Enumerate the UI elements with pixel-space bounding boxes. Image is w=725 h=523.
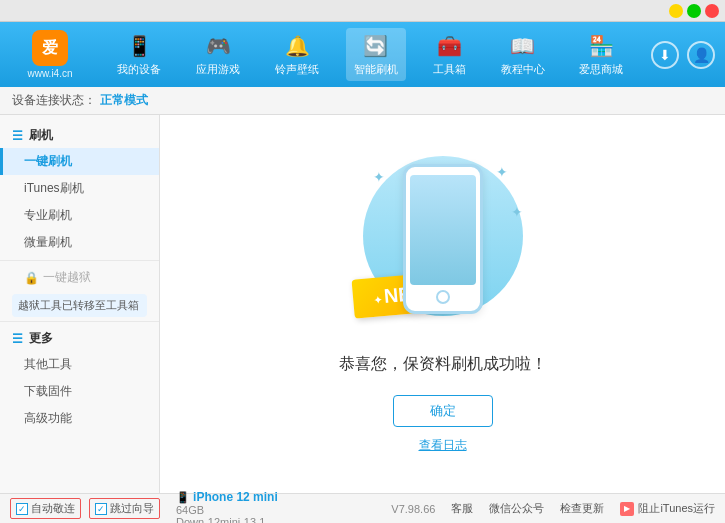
via-wizard-checkbox-wrapper[interactable]: 跳过向导 — [89, 498, 160, 519]
auto-connect-checkbox[interactable] — [16, 503, 28, 515]
flash-section-label: 刷机 — [29, 127, 53, 144]
logo[interactable]: 爱 www.i4.cn — [10, 30, 90, 79]
nav-label-tutorial: 教程中心 — [501, 62, 545, 77]
confirm-button[interactable]: 确定 — [393, 395, 493, 427]
sidebar-divider-1 — [0, 260, 159, 261]
device-name: iPhone 12 mini — [193, 490, 278, 504]
check-update-link[interactable]: 检查更新 — [560, 501, 604, 516]
auto-connect-label: 自动敬连 — [31, 501, 75, 516]
nav-item-ringtone[interactable]: 🔔 铃声壁纸 — [267, 28, 327, 81]
close-btn[interactable] — [705, 4, 719, 18]
wechat-link[interactable]: 微信公众号 — [489, 501, 544, 516]
itunes-stop-label: 阻止iTunes运行 — [638, 501, 715, 516]
status-value: 正常模式 — [100, 92, 148, 109]
nav-item-apps-games[interactable]: 🎮 应用游戏 — [188, 28, 248, 81]
sidebar-jailbreak-disabled: 🔒 一键越狱 — [0, 265, 159, 290]
more-section-label: 更多 — [29, 330, 53, 347]
sidebar-item-other-tools[interactable]: 其他工具 — [0, 351, 159, 378]
sparkle-2: ✦ — [496, 164, 508, 180]
illustration: ✦ ✦ ✦ NEW — [343, 154, 543, 334]
sidebar-item-download-firmware[interactable]: 下载固件 — [0, 378, 159, 405]
header-right: ⬇ 👤 — [651, 41, 715, 69]
nav-label-my-device: 我的设备 — [117, 62, 161, 77]
bottom-bar: 自动敬连 跳过向导 📱 iPhone 12 mini 64GB Down-12m… — [0, 493, 725, 523]
bottom-right: V7.98.66 客服 微信公众号 检查更新 ▶ 阻止iTunes运行 — [391, 501, 715, 516]
bottom-left: 自动敬连 跳过向导 📱 iPhone 12 mini 64GB Down-12m… — [10, 490, 391, 524]
itunes-icon: ▶ — [620, 502, 634, 516]
device-info: 📱 iPhone 12 mini 64GB Down-12mini-13,1 — [176, 490, 278, 524]
download-btn[interactable]: ⬇ — [651, 41, 679, 69]
minimize-btn[interactable] — [669, 4, 683, 18]
main-content: ✦ ✦ ✦ NEW 恭喜您，保资料刷机成功啦！ 确定 查看日志 — [160, 115, 725, 493]
sidebar-jailbreak-notice: 越狱工具已转移至工具箱 — [12, 294, 147, 317]
title-bar — [0, 0, 725, 22]
sidebar-item-one-click-flash[interactable]: 一键刷机 — [0, 148, 159, 175]
device-firmware: Down-12mini-13,1 — [176, 516, 278, 524]
main-layout: ☰ 刷机 一键刷机 iTunes刷机 专业刷机 微量刷机 🔒 一键越狱 越狱工具… — [0, 115, 725, 493]
nav-label-toolbox: 工具箱 — [433, 62, 466, 77]
nav-item-my-device[interactable]: 📱 我的设备 — [109, 28, 169, 81]
header: 爱 www.i4.cn 📱 我的设备 🎮 应用游戏 🔔 铃声壁纸 🔄 智能刷机 … — [0, 22, 725, 87]
sidebar-item-itunes-flash[interactable]: iTunes刷机 — [0, 175, 159, 202]
sidebar-item-micro-flash[interactable]: 微量刷机 — [0, 229, 159, 256]
smart-flash-icon: 🔄 — [362, 32, 390, 60]
nav-item-toolbox[interactable]: 🧰 工具箱 — [425, 28, 474, 81]
auto-connect-checkbox-wrapper[interactable]: 自动敬连 — [10, 498, 81, 519]
goto-log-link[interactable]: 查看日志 — [419, 437, 467, 454]
sidebar-section-more: ☰ 更多 — [0, 326, 159, 351]
sidebar-item-advanced[interactable]: 高级功能 — [0, 405, 159, 432]
nav-label-smart-flash: 智能刷机 — [354, 62, 398, 77]
nav-items: 📱 我的设备 🎮 应用游戏 🔔 铃声壁纸 🔄 智能刷机 🧰 工具箱 📖 教程中心… — [100, 28, 641, 81]
nav-item-smart-flash[interactable]: 🔄 智能刷机 — [346, 28, 406, 81]
sparkle-3: ✦ — [511, 204, 523, 220]
jailbreak-label: 一键越狱 — [43, 269, 91, 286]
more-section-icon: ☰ — [12, 332, 23, 346]
user-btn[interactable]: 👤 — [687, 41, 715, 69]
nav-item-store[interactable]: 🏪 爱思商城 — [571, 28, 631, 81]
store-icon: 🏪 — [587, 32, 615, 60]
tutorial-icon: 📖 — [509, 32, 537, 60]
logo-icon: 爱 — [32, 30, 68, 66]
flash-section-icon: ☰ — [12, 129, 23, 143]
ringtone-icon: 🔔 — [283, 32, 311, 60]
sidebar-item-pro-flash[interactable]: 专业刷机 — [0, 202, 159, 229]
device-phone-icon: 📱 — [176, 491, 190, 503]
device-storage: 64GB — [176, 504, 278, 516]
status-bar: 设备连接状态： 正常模式 — [0, 87, 725, 115]
success-text: 恭喜您，保资料刷机成功啦！ — [339, 354, 547, 375]
lock-icon: 🔒 — [24, 271, 39, 285]
nav-label-store: 爱思商城 — [579, 62, 623, 77]
toolbox-icon: 🧰 — [435, 32, 463, 60]
logo-url: www.i4.cn — [27, 68, 72, 79]
via-wizard-label: 跳过向导 — [110, 501, 154, 516]
nav-label-ringtone: 铃声壁纸 — [275, 62, 319, 77]
my-device-icon: 📱 — [125, 32, 153, 60]
sidebar-section-flash: ☰ 刷机 — [0, 123, 159, 148]
itunes-stop[interactable]: ▶ 阻止iTunes运行 — [620, 501, 715, 516]
sparkle-1: ✦ — [373, 169, 385, 185]
phone-home-btn — [436, 290, 450, 304]
customer-service-link[interactable]: 客服 — [451, 501, 473, 516]
phone-screen — [410, 175, 476, 285]
sidebar-divider-2 — [0, 321, 159, 322]
sidebar: ☰ 刷机 一键刷机 iTunes刷机 专业刷机 微量刷机 🔒 一键越狱 越狱工具… — [0, 115, 160, 493]
version-text: V7.98.66 — [391, 503, 435, 515]
nav-item-tutorial[interactable]: 📖 教程中心 — [493, 28, 553, 81]
maximize-btn[interactable] — [687, 4, 701, 18]
apps-games-icon: 🎮 — [204, 32, 232, 60]
via-wizard-checkbox[interactable] — [95, 503, 107, 515]
nav-label-apps-games: 应用游戏 — [196, 62, 240, 77]
status-label: 设备连接状态： — [12, 92, 96, 109]
